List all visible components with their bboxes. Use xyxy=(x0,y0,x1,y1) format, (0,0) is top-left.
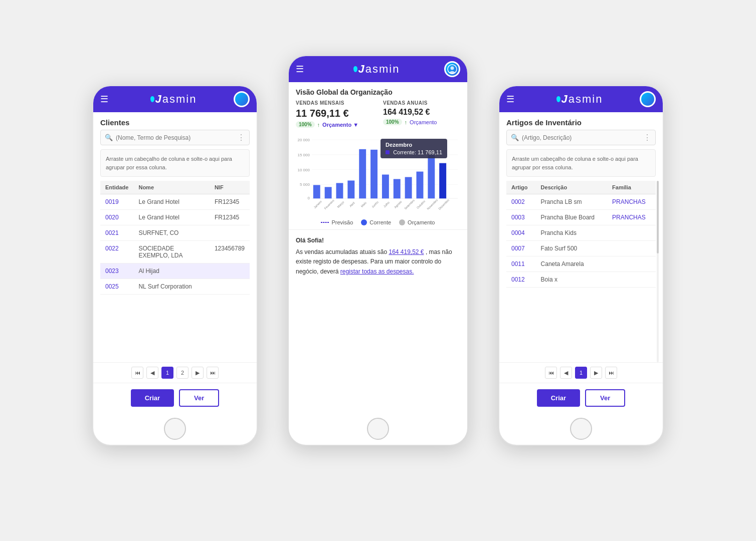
svg-text:0: 0 xyxy=(307,196,310,200)
left-page-first[interactable]: ⏮ xyxy=(131,367,143,379)
svg-text:Dezembro: Dezembro xyxy=(438,198,450,210)
center-avatar[interactable] xyxy=(444,61,460,77)
up-arrow-icon-2: ↑ xyxy=(405,119,408,125)
vendas-section: VENDAS MENSAIS 11 769,11 € 100% ↑ Orçame… xyxy=(289,100,467,134)
right-table-row[interactable]: 0004 Prancha Kids xyxy=(506,225,656,241)
cell-entidade[interactable]: 0020 xyxy=(100,210,133,225)
up-arrow-icon: ↑ xyxy=(317,122,320,128)
left-search-bar[interactable]: 🔍 ⋮ xyxy=(100,130,250,145)
cell-nome: Le Grand Hotel xyxy=(133,210,209,225)
left-table-row[interactable]: 0021 SURFNET, CO xyxy=(100,225,250,241)
right-page-1[interactable]: 1 xyxy=(575,367,587,379)
bar-chart: 20 000 15 000 10 000 5 000 0 xyxy=(296,134,460,213)
left-home-button[interactable] xyxy=(164,418,186,440)
cell-entidade[interactable]: 0025 xyxy=(100,279,133,295)
orcamento-label-anuais: Orçamento xyxy=(410,119,437,125)
vendas-mensais-label: VENDAS MENSAIS xyxy=(296,100,373,106)
left-page-1[interactable]: 1 xyxy=(161,367,173,379)
right-page-next[interactable]: ▶ xyxy=(590,367,602,379)
svg-rect-18 xyxy=(370,150,377,198)
legend-corrente: Corrente xyxy=(361,219,391,225)
right-table-row[interactable]: 0012 Boia x xyxy=(506,272,656,288)
cell-familia: PRANCHAS xyxy=(607,210,656,225)
left-header: ☰ Jasmin xyxy=(93,86,257,112)
cell-entidade[interactable]: 0023 xyxy=(100,263,133,279)
left-page-prev[interactable]: ◀ xyxy=(146,367,158,379)
left-page-last[interactable]: ⏭ xyxy=(207,367,219,379)
left-avatar[interactable] xyxy=(234,91,250,107)
vendas-anuais-meta: 100% ↑ Orçamento xyxy=(383,119,460,125)
cell-descricao: Prancha LB sm xyxy=(536,194,607,210)
right-logo-text: J xyxy=(561,93,569,106)
cell-artigo[interactable]: 0002 xyxy=(506,194,536,210)
left-table-row[interactable]: 0020 Le Grand Hotel FR12345 xyxy=(100,210,250,225)
left-search-input[interactable] xyxy=(116,134,237,141)
center-logo: Jasmin xyxy=(309,63,444,76)
right-page-first[interactable]: ⏮ xyxy=(545,367,557,379)
orcamento-btn-mensais[interactable]: Orçamento ▼ xyxy=(322,122,358,128)
left-pagination: ⏮ ◀ 1 2 ▶ ⏭ xyxy=(93,362,257,383)
message-link-amount[interactable]: 164 419,52 € xyxy=(389,248,424,255)
cell-entidade[interactable]: 0022 xyxy=(100,241,133,263)
left-ver-button[interactable]: Ver xyxy=(179,389,219,407)
col-entidade: Entidade xyxy=(100,181,133,194)
right-logo-drop xyxy=(556,96,560,102)
right-search-input[interactable] xyxy=(522,134,643,141)
left-table-row[interactable]: 0023 Al Hijad xyxy=(100,263,250,279)
left-page-2[interactable]: 2 xyxy=(176,367,188,379)
svg-text:Janeiro: Janeiro xyxy=(313,200,323,209)
right-table-row[interactable]: 0011 Caneta Amarela xyxy=(506,256,656,272)
svg-rect-23 xyxy=(428,155,435,198)
phone-right: ☰ Jasmin Artigos de Inventário 🔍 ⋮ Arras… xyxy=(498,85,664,446)
cell-descricao: Fato Surf 500 xyxy=(536,241,607,256)
right-bottom-buttons: Criar Ver xyxy=(499,383,663,413)
cell-familia xyxy=(607,272,656,288)
right-ver-button[interactable]: Ver xyxy=(585,389,625,407)
right-criar-button[interactable]: Criar xyxy=(537,389,580,407)
right-search-options[interactable]: ⋮ xyxy=(643,133,651,142)
right-table-row[interactable]: 0002 Prancha LB sm PRANCHAS xyxy=(506,194,656,210)
svg-text:Março: Março xyxy=(337,200,345,208)
svg-rect-13 xyxy=(313,185,320,198)
cell-artigo[interactable]: 0003 xyxy=(506,210,536,225)
right-avatar[interactable] xyxy=(640,91,656,107)
cell-nome: NL Surf Corporation xyxy=(133,279,209,295)
cell-nome: Le Grand Hotel xyxy=(133,194,209,210)
left-table-row[interactable]: 0022 SOCIEDADE EXEMPLO, LDA 123456789 xyxy=(100,241,250,263)
svg-point-2 xyxy=(450,71,455,74)
svg-rect-15 xyxy=(336,183,343,198)
left-page-next[interactable]: ▶ xyxy=(192,367,204,379)
cell-artigo[interactable]: 0007 xyxy=(506,241,536,256)
right-home-button[interactable] xyxy=(570,418,592,440)
left-criar-button[interactable]: Criar xyxy=(131,389,174,407)
center-menu-icon[interactable]: ☰ xyxy=(296,64,304,75)
cell-artigo[interactable]: 0012 xyxy=(506,272,536,288)
left-menu-icon[interactable]: ☰ xyxy=(100,94,108,105)
left-section-title: Clientes xyxy=(93,112,257,130)
svg-text:Novembro: Novembro xyxy=(427,198,439,210)
cell-artigo[interactable]: 0011 xyxy=(506,256,536,272)
right-page-last[interactable]: ⏭ xyxy=(605,367,617,379)
svg-rect-22 xyxy=(417,172,424,199)
right-table-row[interactable]: 0003 Prancha Blue Board PRANCHAS xyxy=(506,210,656,225)
left-table-row[interactable]: 0025 NL Surf Corporation xyxy=(100,279,250,295)
cell-familia xyxy=(607,225,656,241)
cell-entidade[interactable]: 0019 xyxy=(100,194,133,210)
right-pagination: ⏮ ◀ 1 ▶ ⏭ xyxy=(499,362,663,383)
right-page-prev[interactable]: ◀ xyxy=(560,367,572,379)
center-home-button[interactable] xyxy=(367,418,389,440)
left-table-row[interactable]: 0019 Le Grand Hotel FR12345 xyxy=(100,194,250,210)
right-table-row[interactable]: 0007 Fato Surf 500 xyxy=(506,241,656,256)
right-search-bar[interactable]: 🔍 ⋮ xyxy=(506,130,656,145)
vendas-anuais-value: 164 419,52 € xyxy=(383,108,460,117)
cell-artigo[interactable]: 0004 xyxy=(506,225,536,241)
legend-orcamento-icon xyxy=(399,219,405,225)
cell-nome: SOCIEDADE EXEMPLO, LDA xyxy=(133,241,209,263)
right-logo: Jasmin xyxy=(519,93,640,106)
message-link-despesas[interactable]: registar todas as despesas. xyxy=(340,268,414,275)
right-menu-icon[interactable]: ☰ xyxy=(506,94,514,105)
cell-entidade[interactable]: 0021 xyxy=(100,225,133,241)
greeting-text: Olá Sofia! xyxy=(296,236,460,245)
left-search-options[interactable]: ⋮ xyxy=(237,133,245,142)
phone-center: ☰ Jasmin Visão Global da Organização VEN… xyxy=(288,55,468,446)
